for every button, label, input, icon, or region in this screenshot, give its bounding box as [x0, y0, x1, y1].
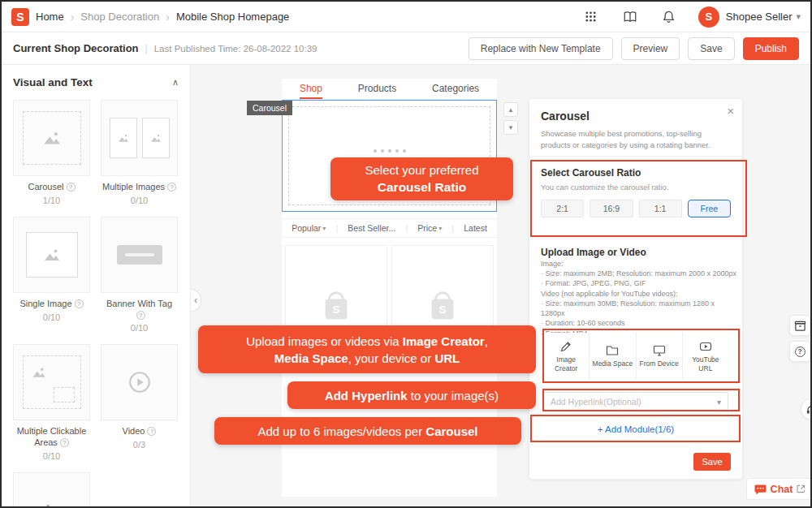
- replace-template-button[interactable]: Replace with New Template: [469, 37, 613, 60]
- breadcrumb-current-page: Mobile Shop Homepage: [176, 11, 289, 23]
- move-module-up-button[interactable]: ▴: [503, 102, 518, 117]
- collapse-left-icon: ‹: [194, 295, 197, 306]
- ratio-option-16-9[interactable]: 16:9: [590, 200, 633, 217]
- module-card-carousel[interactable]: Carousel? 1/10: [13, 100, 90, 205]
- package-icon: [794, 320, 806, 332]
- monitor-icon: [653, 344, 666, 357]
- headset-icon: [806, 403, 812, 415]
- collapse-section-icon[interactable]: ∧: [172, 77, 179, 88]
- annotation-upload-tip: Upload images or videos via Image Creato…: [198, 325, 536, 373]
- sort-popular[interactable]: Popular▾: [292, 223, 326, 233]
- clickable-area-icon: [54, 387, 75, 403]
- arrow-up-icon: ▴: [509, 105, 513, 114]
- module-card-video[interactable]: Video? 0/3: [101, 344, 178, 461]
- help-icon[interactable]: ?: [67, 183, 76, 192]
- svg-text:S: S: [439, 304, 447, 316]
- play-circle-icon: [127, 369, 153, 395]
- panel-save-button[interactable]: Save: [693, 453, 731, 471]
- module-count: 0/10: [13, 451, 90, 461]
- image-creator-button[interactable]: Image Creator: [543, 333, 590, 380]
- help-icon[interactable]: ?: [167, 183, 176, 192]
- module-card-multiple-images[interactable]: Multiple Images? 0/10: [101, 100, 178, 205]
- module-label: Multiple Clickable Areas: [17, 426, 87, 447]
- sort-divider: |: [335, 223, 338, 233]
- module-sidebar: Visual and Text ∧ Carousel? 1/10 Multipl…: [2, 65, 191, 506]
- breadcrumb-shop-decoration[interactable]: Shop Decoration: [80, 11, 159, 23]
- add-hyperlink-select[interactable]: Add Hyperlink(Optional) ▾: [543, 392, 728, 411]
- annotation-ratio-tip: Select your preferred Carousel Ratio: [330, 157, 513, 200]
- annotation-hyperlink-tip: Add Hyperlink to your image(s): [287, 381, 536, 409]
- panel-title: Carousel: [541, 110, 590, 123]
- module-label: Carousel: [28, 182, 63, 192]
- ratio-section-subtitle: You can customize the carousel ratio.: [541, 183, 669, 192]
- help-icon[interactable]: ?: [147, 427, 156, 436]
- module-card-banner-with-tag[interactable]: Banner With Tag? 0/10: [101, 217, 178, 334]
- tab-products[interactable]: Products: [358, 83, 396, 99]
- folder-icon: [606, 344, 619, 357]
- shopee-bag-icon: S: [424, 287, 461, 325]
- save-button[interactable]: Save: [688, 37, 734, 60]
- module-card-text-partial[interactable]: Aa: [13, 472, 90, 506]
- shop-tabs: Shop Products Categories: [282, 79, 497, 100]
- ratio-option-2-1[interactable]: 2:1: [541, 200, 584, 217]
- chat-button[interactable]: Chat: [746, 478, 812, 500]
- chat-bubble-icon: [754, 484, 767, 495]
- media-space-button[interactable]: Media Space: [590, 333, 636, 380]
- carousel-settings-panel: × Carousel Showcase multiple best promot…: [529, 99, 742, 479]
- ratio-option-free[interactable]: Free: [688, 200, 731, 217]
- hyperlink-placeholder: Add Hyperlink(Optional): [551, 397, 641, 407]
- shopee-bag-icon: S: [317, 287, 355, 325]
- carousel-dots: [289, 149, 490, 153]
- help-icon[interactable]: ?: [136, 311, 145, 320]
- ratio-option-1-1[interactable]: 1:1: [639, 200, 682, 217]
- notification-bell-icon[interactable]: [660, 8, 678, 26]
- product-sort-bar: Popular▾ | Best Seller... | Price▾ | Lat…: [282, 218, 497, 238]
- preview-button[interactable]: Preview: [621, 37, 680, 60]
- module-card-multiple-clickable-areas[interactable]: Multiple Clickable Areas? 0/10: [13, 344, 90, 461]
- sort-price[interactable]: Price▾: [417, 223, 442, 233]
- chat-label: Chat: [771, 484, 793, 495]
- module-label: Banner With Tag: [106, 299, 172, 308]
- logo-letter: S: [16, 11, 24, 24]
- help-button[interactable]: ?: [789, 341, 810, 362]
- publish-button[interactable]: Publish: [743, 37, 799, 60]
- education-book-icon[interactable]: [621, 8, 639, 26]
- ratio-section-title: Select Carousel Ratio: [541, 167, 641, 179]
- breadcrumb-separator-icon: ›: [71, 11, 75, 24]
- image-placeholder-icon: [31, 364, 47, 381]
- shopee-logo-icon: S: [11, 8, 29, 26]
- youtube-url-button[interactable]: YouTube URL: [683, 333, 728, 380]
- sort-best-seller[interactable]: Best Seller...: [348, 223, 395, 233]
- account-menu[interactable]: S Shopee Seller ▾: [698, 6, 801, 28]
- tab-shop[interactable]: Shop: [300, 83, 322, 99]
- image-placeholder-icon: [42, 245, 62, 265]
- upload-specs: Image: · Size: maximum 2MB; Resolution: …: [541, 259, 737, 338]
- tab-categories[interactable]: Categories: [432, 83, 479, 99]
- move-module-down-button[interactable]: ▾: [503, 120, 518, 135]
- add-module-button[interactable]: + Add Module(1/6): [534, 418, 737, 441]
- expand-icon: [797, 484, 806, 493]
- sort-latest[interactable]: Latest: [464, 223, 487, 233]
- module-count: 0/10: [13, 312, 90, 322]
- arrow-down-icon: ▾: [509, 123, 513, 131]
- chevron-down-icon: ▾: [717, 398, 721, 407]
- breadcrumb-separator-icon: ›: [166, 11, 170, 24]
- sidebar-section-title: Visual and Text: [13, 76, 93, 88]
- upload-section-title: Upload Image or Video: [541, 247, 646, 258]
- breadcrumb-home[interactable]: Home: [36, 11, 64, 23]
- help-icon[interactable]: ?: [60, 438, 69, 447]
- help-icon[interactable]: ?: [75, 299, 84, 308]
- from-device-button[interactable]: From Device: [637, 333, 683, 380]
- module-card-single-image[interactable]: Single Image? 0/10: [13, 217, 90, 334]
- image-placeholder-icon: [149, 131, 162, 144]
- module-grid: Carousel? 1/10 Multiple Images? 0/10 Sin…: [13, 100, 179, 506]
- pen-icon: [559, 340, 572, 353]
- resources-button[interactable]: [789, 315, 810, 336]
- annotation-add-module-tip: Add up to 6 images/videos per Carousel: [214, 417, 521, 445]
- title-divider: |: [145, 43, 148, 54]
- caret-down-icon: ▾: [322, 225, 326, 232]
- apps-grid-icon[interactable]: [582, 8, 600, 26]
- module-count: 1/10: [13, 196, 90, 205]
- module-count: 0/10: [101, 323, 178, 333]
- close-icon[interactable]: ×: [727, 104, 734, 118]
